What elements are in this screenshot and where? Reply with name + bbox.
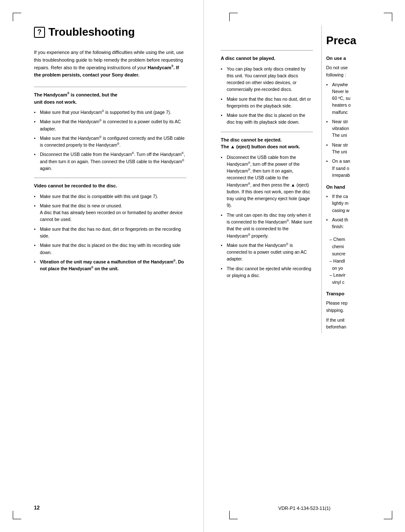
list-item: Vibration of the unit may cause a malfun… [34, 258, 186, 272]
list-item: Make sure that the disc is placed on the… [221, 112, 313, 126]
list-item: Make sure that the Handycam® is connecte… [34, 118, 186, 132]
title-text: Troubleshooting [48, 25, 135, 39]
list-item: On a sanIf sand oirreparab [326, 158, 397, 178]
list-item: You can play back only discs created by … [221, 65, 313, 93]
section2-list: Make sure that the disc is compatible wi… [34, 193, 186, 272]
transpo-text2: If the unitbeforehan [326, 317, 397, 331]
middle-column: A disc cannot be played. You can play ba… [221, 25, 321, 333]
on-use-intro: Do not usefollowing : [326, 64, 397, 79]
footer-text: VDR-P1 4-134-523-11(1) [278, 506, 331, 511]
list-item: Make sure that the disc is compatible wi… [34, 193, 186, 200]
transpo-text1: Please repshipping. [326, 300, 397, 314]
list-item: If the calightly mcasing w [326, 193, 397, 214]
section2-heading: Video cannot be recorded to the disc. [34, 182, 186, 190]
right-page-title: Preca [326, 34, 397, 47]
section4-list: Disconnect the USB cable from the Handyc… [221, 154, 313, 279]
list-item: Make sure that your Handycam® is support… [34, 109, 186, 116]
section3-list: You can play back only discs created by … [221, 65, 313, 126]
list-item: Make sure that the disc is placed on the… [34, 242, 186, 256]
list-item: Make sure that the disc has no dust, dir… [34, 226, 186, 240]
title-icon: ? [34, 27, 45, 38]
list-item: Make sure that the Handycam® is connecte… [221, 242, 313, 263]
list-item: Near strvibrationThe uni [326, 118, 397, 139]
list-item: Make sure that the disc has no dust, dir… [221, 96, 313, 110]
list-item: Near strThe uni [326, 141, 397, 156]
list-item: Disconnect the USB cable from the Handyc… [34, 151, 186, 172]
section1-heading: The Handycam® is connected, but theunit … [34, 91, 186, 105]
footer: VDR-P1 4-134-523-11(1) [278, 506, 331, 511]
transpo-heading: Transpo [326, 291, 397, 296]
list-item: The unit can open its disc tray only whe… [221, 212, 313, 239]
list-item: Make sure that the disc is new or unused… [34, 202, 186, 223]
on-hand-heading: On hand [326, 184, 397, 190]
list-item: Disconnect the USB cable from the Handyc… [221, 154, 313, 209]
list-item: AnywheNever le60 ºC, suheaters omalfunc [326, 81, 397, 116]
on-use-list: AnywheNever le60 ºC, suheaters omalfunc … [326, 81, 397, 178]
on-hand-subitems: – Chem chemi suncre – Handl on yo – Leav… [326, 236, 397, 286]
page-number: 12 [34, 505, 39, 511]
left-page: ? Troubleshooting If you experience any … [0, 0, 204, 532]
on-hand-list: If the calightly mcasing w Avoid thfinis… [326, 193, 397, 230]
list-item: The disc cannot be ejected while recordi… [221, 265, 313, 279]
right-page: A disc cannot be played. You can play ba… [204, 0, 405, 532]
list-item: Avoid thfinish: [326, 216, 397, 230]
section1-list: Make sure that your Handycam® is support… [34, 109, 186, 172]
section4-heading: The disc cannot be ejected.The ▲ (eject)… [221, 136, 313, 150]
page-title: ? Troubleshooting [34, 25, 186, 39]
precautions-column: Preca On use a Do not usefollowing : Any… [321, 25, 397, 333]
on-use-heading: On use a [326, 56, 397, 61]
list-item: Make sure that the Handycam® is configur… [34, 135, 186, 149]
section3-heading: A disc cannot be played. [221, 55, 313, 62]
intro-paragraph: If you experience any of the following d… [34, 49, 186, 79]
